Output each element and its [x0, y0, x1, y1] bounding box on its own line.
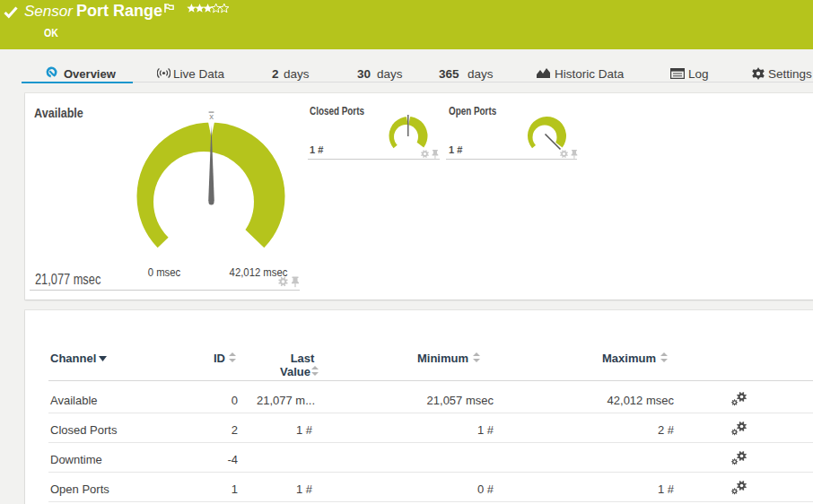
svg-text:x: x — [209, 111, 214, 121]
